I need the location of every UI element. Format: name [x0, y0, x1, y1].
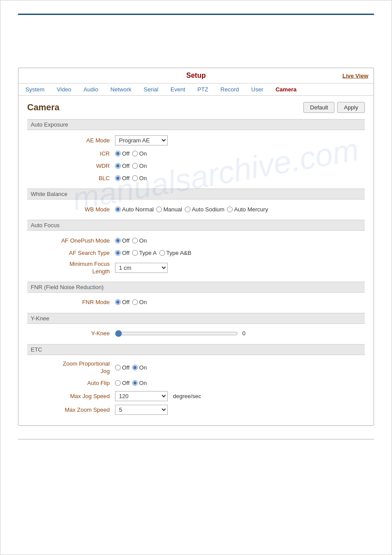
- auto-flip-label: Auto Flip: [36, 380, 115, 386]
- zoom-off-label[interactable]: Off: [115, 364, 129, 371]
- nav-system[interactable]: System: [23, 85, 47, 94]
- fnr-off-text: Off: [122, 299, 129, 305]
- icr-off-label[interactable]: Off: [115, 150, 129, 157]
- setup-panel: manualsarchive.com Setup Live View Syste…: [18, 68, 374, 426]
- af-onepush-off-label[interactable]: Off: [115, 237, 129, 244]
- zoom-on-radio[interactable]: [132, 365, 138, 370]
- wb-auto-normal-radio[interactable]: [115, 207, 121, 212]
- wb-mode-controls: Auto Normal Manual Auto Sodium Auto Merc…: [115, 206, 268, 213]
- wb-auto-sodium-text: Auto Sodium: [192, 206, 224, 213]
- wb-manual-radio[interactable]: [156, 207, 162, 212]
- section-white-balance: White Balance: [27, 189, 365, 200]
- nav-event[interactable]: Event: [168, 85, 188, 94]
- icr-on-radio[interactable]: [132, 151, 138, 156]
- auto-flip-off-radio[interactable]: [115, 380, 121, 386]
- nav-audio[interactable]: Audio: [81, 85, 101, 94]
- section-auto-focus: Auto Focus: [27, 220, 365, 231]
- fnr-on-radio[interactable]: [132, 299, 138, 305]
- auto-flip-off-label[interactable]: Off: [115, 380, 129, 386]
- blc-on-label[interactable]: On: [132, 175, 147, 181]
- blc-on-radio[interactable]: [132, 175, 138, 181]
- apply-button[interactable]: Apply: [337, 102, 365, 113]
- max-jog-label: Max Jog Speed: [36, 393, 115, 399]
- blc-controls: Off On: [115, 175, 147, 181]
- nav-video[interactable]: Video: [54, 85, 74, 94]
- wb-manual-label[interactable]: Manual: [156, 206, 182, 213]
- icr-on-text: On: [139, 150, 147, 157]
- af-onepush-on-radio[interactable]: [132, 238, 138, 243]
- af-search-typeAB-text: Type A&B: [166, 250, 191, 256]
- wb-auto-mercury-radio[interactable]: [227, 207, 233, 212]
- max-zoom-row: Max Zoom Speed 1 2 3 4 5 6 7 8: [27, 403, 365, 417]
- af-search-typeAB-radio[interactable]: [159, 250, 165, 256]
- nav-camera[interactable]: Camera: [273, 85, 299, 94]
- af-search-row: AF Search Type Off Type A Type A&B: [27, 247, 365, 259]
- fnr-on-label[interactable]: On: [132, 299, 147, 305]
- min-focus-select[interactable]: 1 cm 3 cm 10 cm 30 cm 100 cm: [115, 263, 168, 273]
- af-onepush-label: AF OnePush Mode: [36, 237, 115, 244]
- max-jog-controls: 60 90 120 150 180 degree/sec: [115, 391, 201, 401]
- zoom-off-radio[interactable]: [115, 365, 121, 370]
- wdr-off-label[interactable]: Off: [115, 163, 129, 169]
- nav-bar: System Video Audio Network Serial Event …: [18, 83, 374, 96]
- wb-manual-text: Manual: [163, 206, 182, 213]
- wdr-label: WDR: [36, 163, 115, 169]
- auto-flip-controls: Off On: [115, 380, 147, 386]
- wb-auto-sodium-radio[interactable]: [185, 207, 191, 212]
- wdr-on-label[interactable]: On: [132, 163, 147, 169]
- icr-off-radio[interactable]: [115, 151, 121, 156]
- icr-on-label[interactable]: On: [132, 150, 147, 157]
- wdr-on-radio[interactable]: [132, 163, 138, 169]
- zoom-on-label[interactable]: On: [132, 364, 147, 371]
- af-search-typeA-label[interactable]: Type A: [132, 250, 157, 256]
- icr-label: ICR: [36, 150, 115, 157]
- af-search-typeA-text: Type A: [139, 250, 157, 256]
- min-focus-row: Minimum Focus Length 1 cm 3 cm 10 cm 30 …: [27, 259, 365, 277]
- zoom-prop-row: Zoom Proportional Jog Off On: [27, 359, 365, 377]
- max-jog-select[interactable]: 60 90 120 150 180: [115, 391, 168, 401]
- nav-ptz[interactable]: PTZ: [195, 85, 211, 94]
- fnr-off-radio[interactable]: [115, 299, 121, 305]
- wb-auto-sodium-label[interactable]: Auto Sodium: [185, 206, 224, 213]
- fnr-off-label[interactable]: Off: [115, 299, 129, 305]
- auto-flip-on-text: On: [139, 380, 147, 386]
- af-onepush-off-radio[interactable]: [115, 238, 121, 243]
- blc-off-label[interactable]: Off: [115, 175, 129, 181]
- af-search-typeAB-label[interactable]: Type A&B: [159, 250, 191, 256]
- max-zoom-label: Max Zoom Speed: [36, 406, 115, 413]
- blc-off-radio[interactable]: [115, 175, 121, 181]
- live-view-link[interactable]: Live View: [342, 73, 368, 79]
- auto-flip-row: Auto Flip Off On: [27, 377, 365, 389]
- af-onepush-on-label[interactable]: On: [132, 237, 147, 244]
- auto-flip-off-text: Off: [122, 380, 129, 386]
- page-title: Camera: [27, 102, 59, 112]
- nav-serial[interactable]: Serial: [141, 85, 161, 94]
- auto-flip-on-label[interactable]: On: [132, 380, 147, 386]
- ae-mode-row: AE Mode Program AE Manual Shutter Priori…: [27, 134, 365, 147]
- wdr-on-text: On: [139, 163, 147, 169]
- ae-mode-select[interactable]: Program AE Manual Shutter Priority Iris …: [115, 135, 168, 145]
- blc-row: BLC Off On: [27, 172, 365, 184]
- max-zoom-controls: 1 2 3 4 5 6 7 8: [115, 405, 168, 415]
- nav-record[interactable]: Record: [218, 85, 241, 94]
- af-search-off-label[interactable]: Off: [115, 250, 129, 256]
- nav-network[interactable]: Network: [108, 85, 134, 94]
- zoom-on-text: On: [139, 364, 147, 371]
- wb-auto-mercury-label[interactable]: Auto Mercury: [227, 206, 268, 213]
- default-button[interactable]: Default: [303, 102, 334, 113]
- nav-user[interactable]: User: [248, 85, 266, 94]
- wb-auto-mercury-text: Auto Mercury: [234, 206, 268, 213]
- section-etc: ETC: [27, 344, 365, 355]
- yknee-controls: 0: [115, 330, 245, 337]
- af-search-off-radio[interactable]: [115, 250, 121, 256]
- blc-on-text: On: [139, 175, 147, 181]
- af-search-typeA-radio[interactable]: [132, 250, 138, 256]
- section-yknee: Y-Knee: [27, 313, 365, 324]
- yknee-slider[interactable]: [115, 330, 238, 337]
- max-zoom-select[interactable]: 1 2 3 4 5 6 7 8: [115, 405, 168, 415]
- page-title-row: Camera Default Apply: [27, 102, 365, 113]
- ae-mode-label: AE Mode: [36, 137, 115, 144]
- wb-auto-normal-label[interactable]: Auto Normal: [115, 206, 154, 213]
- auto-flip-on-radio[interactable]: [132, 380, 138, 386]
- wdr-off-radio[interactable]: [115, 163, 121, 169]
